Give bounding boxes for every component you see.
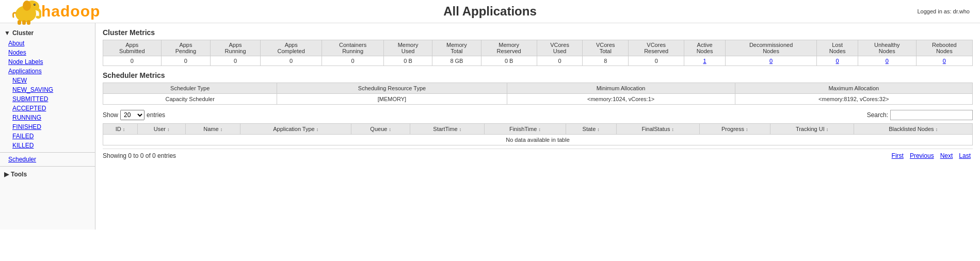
svg-point-4: [23, 1, 31, 11]
previous-button[interactable]: Previous: [908, 151, 936, 160]
finishtime-sort-icon: ↕: [538, 127, 541, 132]
hadoop-elephant-icon: [10, 0, 41, 26]
entries-per-page-select[interactable]: 20 50 100: [120, 110, 144, 120]
name-sort-icon: ↕: [220, 127, 223, 132]
sidebar-item-accepted[interactable]: ACCEPTED: [0, 104, 95, 113]
next-button[interactable]: Next: [938, 151, 955, 160]
sidebar-item-new[interactable]: NEW: [0, 76, 95, 85]
cm-val-apps-pending: 0: [161, 56, 211, 66]
search-area: Search:: [867, 110, 973, 120]
svg-rect-6: [22, 20, 26, 25]
sidebar-item-finished[interactable]: FINISHED: [0, 122, 95, 132]
cm-val-decommissioned-nodes[interactable]: 0: [725, 56, 816, 66]
cm-val-lost-nodes[interactable]: 0: [817, 56, 858, 66]
pagination-controls: First Previous Next Last: [890, 151, 973, 160]
cluster-triangle-icon: ▼: [4, 29, 10, 37]
no-data-row: No data available in table: [103, 135, 973, 145]
search-input[interactable]: [890, 110, 973, 120]
sidebar-item-running[interactable]: RUNNING: [0, 113, 95, 122]
logged-in-user: Logged in as: dr.who: [917, 8, 970, 14]
cluster-metrics-data-row: 0 0 0 0 0 0 B 8 GB 0 B 0 8 0 1 0 0 0 0: [103, 56, 973, 66]
sidebar: ▼ Cluster About Nodes Node Labels Applic…: [0, 23, 95, 230]
sm-val-scheduler-type: Capacity Scheduler: [103, 94, 277, 105]
table-footer: Showing 0 to 0 of 0 entries First Previo…: [103, 149, 973, 162]
tools-section-header[interactable]: ▶ Tools: [0, 169, 95, 180]
cm-val-vcores-total: 8: [583, 56, 629, 66]
sm-val-maximum-allocation: <memory:8192, vCores:32>: [735, 94, 972, 105]
col-header-user[interactable]: User ↕: [138, 124, 186, 135]
col-header-application-type[interactable]: Application Type ↕: [240, 124, 351, 135]
cluster-metrics-header-row: AppsSubmitted AppsPending AppsRunning Ap…: [103, 40, 973, 56]
sidebar-item-submitted[interactable]: SUBMITTED: [0, 94, 95, 104]
sidebar-item-killed[interactable]: KILLED: [0, 141, 95, 150]
col-header-starttime[interactable]: StartTime ↕: [410, 124, 485, 135]
user-sort-icon: ↕: [167, 127, 170, 132]
col-header-id[interactable]: ID ↕: [103, 124, 138, 135]
cm-header-vcores-reserved: VCoresReserved: [629, 40, 684, 56]
id-sort-icon: ↕: [123, 127, 125, 132]
state-sort-icon: ↕: [597, 127, 600, 132]
scheduler-header-row: Scheduler Type Scheduling Resource Type …: [103, 83, 973, 94]
table-controls: Show 20 50 100 entries Search:: [103, 110, 973, 120]
cm-header-memory-reserved: MemoryReserved: [481, 40, 537, 56]
cm-val-memory-total: 8 GB: [432, 56, 481, 66]
sidebar-divider-1: [0, 152, 95, 153]
cm-val-unhealthy-nodes[interactable]: 0: [858, 56, 916, 66]
page-header: hadoop All Applications Logged in as: dr…: [0, 0, 980, 23]
sidebar-item-scheduler[interactable]: Scheduler: [0, 155, 95, 164]
page-title: All Applications: [443, 4, 536, 19]
sm-val-minimum-allocation: <memory:1024, vCores:1>: [507, 94, 735, 105]
svg-rect-7: [27, 20, 30, 25]
hadoop-logo-text: hadoop: [41, 3, 100, 20]
cm-header-apps-pending: AppsPending: [161, 40, 211, 56]
cm-header-unhealthy-nodes: UnhealthyNodes: [858, 40, 916, 56]
cm-header-active-nodes: ActiveNodes: [684, 40, 726, 56]
sidebar-item-nodes[interactable]: Nodes: [0, 48, 95, 57]
col-header-progress[interactable]: Progress ↕: [699, 124, 770, 135]
trackingui-sort-icon: ↕: [826, 127, 829, 132]
col-header-queue[interactable]: Queue ↕: [351, 124, 410, 135]
cm-val-active-nodes[interactable]: 1: [684, 56, 726, 66]
col-header-blacklisted-nodes[interactable]: Blacklisted Nodes ↕: [854, 124, 973, 135]
blacklistednodes-sort-icon: ↕: [936, 127, 938, 132]
cm-header-rebooted-nodes: RebootedNodes: [916, 40, 972, 56]
search-label: Search:: [867, 111, 888, 119]
finalstatus-sort-icon: ↕: [672, 127, 674, 132]
col-header-finishtime[interactable]: FinishTime ↕: [485, 124, 566, 135]
cm-header-memory-total: MemoryTotal: [432, 40, 481, 56]
sidebar-item-node-labels[interactable]: Node Labels: [0, 57, 95, 67]
cluster-metrics-title: Cluster Metrics: [103, 28, 973, 37]
cm-val-memory-reserved: 0 B: [481, 56, 537, 66]
logo-area: hadoop: [10, 0, 100, 26]
queue-sort-icon: ↕: [389, 127, 391, 132]
cm-val-vcores-reserved: 0: [629, 56, 684, 66]
col-header-name[interactable]: Name ↕: [186, 124, 240, 135]
col-header-state[interactable]: State ↕: [566, 124, 616, 135]
cm-val-rebooted-nodes[interactable]: 0: [916, 56, 972, 66]
no-data-message: No data available in table: [103, 135, 973, 145]
scheduler-metrics-table: Scheduler Type Scheduling Resource Type …: [103, 83, 973, 105]
tools-triangle-icon: ▶: [4, 171, 9, 178]
col-header-tracking-ui[interactable]: Tracking UI ↕: [770, 124, 854, 135]
starttime-sort-icon: ↕: [459, 127, 462, 132]
apps-header-row: ID ↕ User ↕ Name ↕ Application Type ↕ Qu…: [103, 124, 973, 135]
showing-text: Showing 0 to 0 of 0 entries: [103, 152, 176, 159]
last-button[interactable]: Last: [957, 151, 973, 160]
scheduler-data-row: Capacity Scheduler [MEMORY] <memory:1024…: [103, 94, 973, 105]
cluster-label: Cluster: [12, 29, 34, 37]
first-button[interactable]: First: [890, 151, 906, 160]
cm-header-vcores-total: VCoresTotal: [583, 40, 629, 56]
scheduler-metrics-title: Scheduler Metrics: [103, 71, 973, 79]
col-header-finalstatus[interactable]: FinalStatus ↕: [616, 124, 699, 135]
sidebar-item-applications[interactable]: Applications: [0, 67, 95, 76]
cm-val-apps-completed: 0: [260, 56, 322, 66]
sidebar-item-about[interactable]: About: [0, 39, 95, 48]
cm-val-memory-used: 0 B: [383, 56, 432, 66]
cm-val-containers-running: 0: [322, 56, 383, 66]
show-entries-control: Show 20 50 100 entries: [103, 110, 165, 120]
sidebar-item-new-saving[interactable]: NEW_SAVING: [0, 85, 95, 94]
cm-header-apps-running: AppsRunning: [211, 40, 261, 56]
tools-label: Tools: [11, 171, 27, 178]
cluster-section-header[interactable]: ▼ Cluster: [0, 27, 95, 39]
sidebar-item-failed[interactable]: FAILED: [0, 132, 95, 141]
